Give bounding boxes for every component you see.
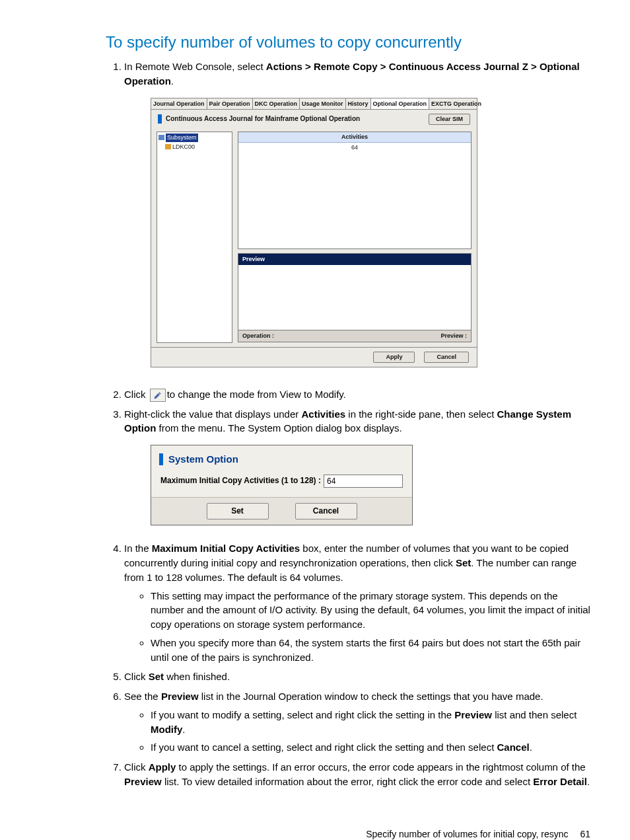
step-4-bullet-1: This setting may impact the performance … [151,589,590,632]
step-7: Click Apply to apply the settings. If an… [124,760,590,789]
footer-text: Specify number of volumes for initial co… [366,829,568,839]
s6b1d: Modify [151,724,182,735]
preview-panel[interactable] [238,265,472,330]
set-button[interactable]: Set [207,503,269,519]
section-heading: To specify number of volumes to copy con… [106,33,590,52]
s3a: Right-click the value that displays unde… [124,408,301,420]
s3b: Activities [301,408,345,420]
folder-icon [158,135,164,140]
operation-label: Operation : [242,332,274,340]
preview-status-label: Preview : [440,332,467,340]
s5a: Click [124,671,149,682]
tab-dkc-operation[interactable]: DKC Operation [253,98,300,109]
opop-title: Continuous Access Journal for Mainframe … [166,114,360,124]
s6b1c: list and then select [492,709,577,720]
step-1-post: . [171,75,174,87]
step-6: See the Preview list in the Journal Oper… [124,689,590,755]
tab-journal-operation[interactable]: Journal Operation [151,98,207,109]
s6b2a: If you want to cancel a setting, select … [151,742,497,753]
step-2-post: to change the mode from View to Modify. [167,389,346,400]
step-4: In the Maximum Initial Copy Activities b… [124,541,590,664]
tab-usage-monitor[interactable]: Usage Monitor [300,98,346,109]
s4a: In the [124,543,152,554]
cancel-button[interactable]: Cancel [424,352,469,363]
step-4-bullets: This setting may impact the performance … [124,589,590,665]
s3e: from the menu. The System Option dialog … [156,422,402,434]
s7e: list. To view detailed information about… [162,776,534,787]
modify-mode-icon [150,389,166,402]
opop-tab-bar: Journal Operation Pair Operation DKC Ope… [151,98,477,110]
s7b: Apply [149,761,176,773]
step-2-pre: Click [124,389,149,400]
step-6-bullet-2: If you want to cancel a setting, select … [151,740,590,755]
s6b1a: If you want to modify a setting, select … [151,709,454,720]
s6a: See the [124,691,161,702]
optional-operation-window: Journal Operation Pair Operation DKC Ope… [151,98,477,367]
s5b: Set [149,671,164,682]
tab-history[interactable]: History [346,98,371,109]
opop-tree-panel[interactable]: Subsystem LDKC00 [157,132,232,343]
preview-header: Preview [238,253,472,265]
s7d: Preview [124,776,162,787]
col-activities: Activities [238,132,471,142]
s5c: when finished. [164,671,230,682]
system-option-dialog: System Option Maximum Initial Copy Activ… [151,445,413,525]
activities-value[interactable]: 64 [238,143,471,153]
s6c: list in the Journal Operation window to … [199,691,543,702]
procedure-list: In Remote Web Console, select Actions > … [106,59,590,789]
step-4-bullet-2: When you specify more than 64, the syste… [151,636,590,665]
s3c: in the right-side pane, then select [345,408,497,420]
s7g: . [587,776,590,787]
s7a: Click [124,761,149,773]
step-1: In Remote Web Console, select Actions > … [124,59,590,367]
apply-button[interactable]: Apply [373,352,415,363]
clear-sim-button[interactable]: Clear SIM [429,114,470,125]
step-5: Click Set when finished. [124,669,590,684]
tab-exctg-operation[interactable]: EXCTG Operation [429,98,483,109]
cancel-button[interactable]: Cancel [295,503,357,519]
dialog-bar-icon [159,453,163,465]
step-6-bullets: If you want to modify a setting, select … [124,708,590,755]
max-copy-input[interactable] [324,475,403,488]
step-6-bullet-1: If you want to modify a setting, select … [151,708,590,737]
page-footer: Specify number of volumes for initial co… [40,829,590,839]
step-3: Right-click the value that displays unde… [124,407,590,526]
s6b: Preview [161,691,199,702]
s6b2c: . [530,742,532,753]
activities-panel[interactable]: Activities 64 [238,132,472,249]
storage-icon [165,144,171,149]
title-bar-icon [158,114,162,124]
s7f: Error Detail [533,776,587,787]
s4d: Set [456,557,471,568]
s6b1e: . [182,724,185,735]
tab-pair-operation[interactable]: Pair Operation [207,98,253,109]
tab-optional-operation[interactable]: Optional Operation [371,98,430,109]
s4b: Maximum Initial Copy Activities [152,543,300,554]
tree-root[interactable]: Subsystem [166,134,198,142]
tree-child[interactable]: LDKC00 [172,143,195,150]
step-2: Click to change the mode from View to Mo… [124,387,590,402]
s7c: to apply the settings. If an error occur… [176,761,585,773]
page-number: 61 [580,829,590,839]
s6b2b: Cancel [497,742,529,753]
system-option-title: System Option [168,452,238,467]
step-1-pre: In Remote Web Console, select [124,61,266,72]
s6b1b: Preview [454,709,492,720]
max-copy-label: Maximum Initial Copy Activities (1 to 12… [160,475,321,486]
